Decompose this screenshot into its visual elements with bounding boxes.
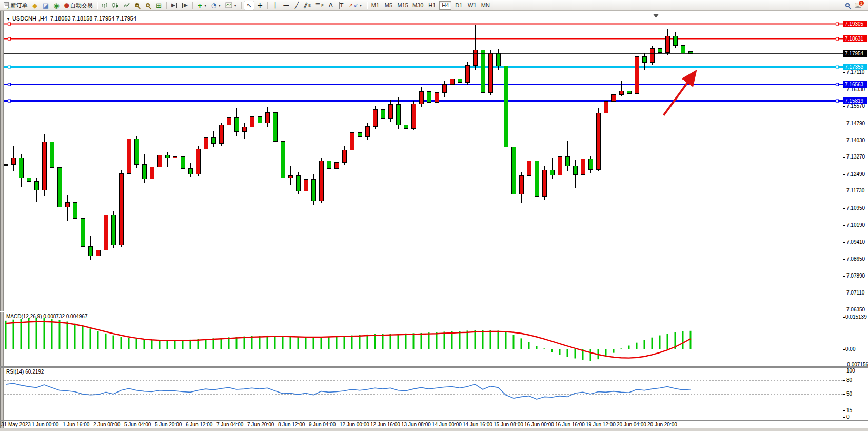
- macd-panel[interactable]: [4, 312, 843, 366]
- candle-body: [288, 175, 292, 178]
- one-click-dropdown-icon[interactable]: ▼: [6, 17, 10, 22]
- autotrading-label: 自动交易: [70, 2, 93, 9]
- candle-body: [181, 156, 185, 168]
- chat-icon: 1: [855, 3, 861, 8]
- fibonacci-tool-button[interactable]: ≣F: [313, 1, 325, 10]
- vline-tool-button[interactable]: |: [270, 1, 281, 10]
- macd-axis-label: 0.00: [845, 346, 855, 352]
- dropdown-arrow-icon: ▼: [218, 4, 221, 7]
- line-anchor-handle: [836, 100, 839, 102]
- timeframe-M5[interactable]: M5: [383, 1, 395, 10]
- crosshair-icon: +: [257, 2, 263, 9]
- zoom-in-icon: +: [135, 3, 139, 7]
- notifications-button[interactable]: 1: [853, 1, 863, 10]
- timeframe-H1[interactable]: H1: [426, 1, 438, 10]
- timeframe-M30[interactable]: M30: [411, 1, 425, 10]
- price-tick-label: 7.08650: [846, 256, 865, 262]
- timeframe-D1[interactable]: D1: [452, 1, 465, 10]
- time-label: 20 Jun 20:00: [647, 422, 677, 427]
- zoom-in-button[interactable]: +: [132, 1, 143, 10]
- time-label: 5 Jun 04:00: [124, 422, 151, 427]
- arrows-tool-button[interactable]: ↗↙▼: [347, 1, 364, 10]
- indicators-button[interactable]: +▼: [195, 1, 209, 10]
- trendline-tool-button[interactable]: ╱: [291, 1, 302, 10]
- candle-body: [504, 66, 508, 147]
- candle-body: [142, 165, 146, 179]
- chart-shift-button[interactable]: ▶: [180, 1, 190, 10]
- signals-button[interactable]: ◉: [51, 1, 62, 10]
- autotrading-button[interactable]: ● 自动交易: [62, 1, 94, 10]
- separator: [367, 2, 367, 9]
- price-tick-label: 7.07890: [846, 273, 865, 279]
- templates-button[interactable]: ▼: [223, 1, 239, 10]
- candle-body: [96, 250, 100, 256]
- price-tick-mark: [843, 276, 845, 277]
- price-tick-label: 7.14790: [846, 121, 865, 126]
- time-label: 12 Jun 16:00: [370, 422, 400, 427]
- time-label: 2 Jun 08:00: [93, 422, 120, 427]
- candle-body: [50, 142, 54, 167]
- text-tool-icon: A: [329, 2, 333, 8]
- timeframe-MN[interactable]: MN: [479, 1, 491, 10]
- candle-body: [319, 161, 323, 201]
- price-tick-mark: [843, 106, 845, 107]
- fibonacci-icon: ≣: [315, 2, 320, 8]
- timeframe-W1[interactable]: W1: [466, 1, 478, 10]
- candle-body: [450, 79, 454, 85]
- time-label: 7 Jun 04:00: [216, 422, 243, 427]
- tile-windows-button[interactable]: ⊞: [153, 1, 164, 10]
- zoom-out-button[interactable]: −: [143, 1, 153, 10]
- candle-body: [419, 92, 423, 104]
- candle-body: [234, 117, 239, 131]
- candle-body: [481, 50, 485, 92]
- time-label: 9 Jun 04:00: [309, 422, 336, 427]
- arrow-annotation[interactable]: [664, 72, 696, 115]
- price-badge: 7.17353: [843, 64, 867, 70]
- panel-splitter[interactable]: [0, 366, 868, 368]
- price-badge: 7.16563: [843, 81, 867, 88]
- line-chart-mode-button[interactable]: [121, 1, 132, 10]
- crosshair-tool-button[interactable]: +: [254, 1, 265, 10]
- panel-splitter[interactable]: [0, 311, 868, 312]
- chart-shift-marker[interactable]: [654, 14, 659, 18]
- data-window-button[interactable]: ◪: [40, 1, 51, 10]
- price-tick-mark: [843, 242, 845, 243]
- price-panel[interactable]: [4, 13, 843, 311]
- horizontal-line-object[interactable]: [4, 37, 843, 40]
- label-tool-button[interactable]: T: [336, 1, 347, 10]
- bar-chart-mode-button[interactable]: [100, 1, 110, 10]
- market-watch-button[interactable]: ◆: [29, 1, 40, 10]
- candle-body: [258, 117, 262, 123]
- time-label: 6 Jun 12:00: [186, 422, 212, 427]
- channel-sub-label: E: [308, 4, 311, 7]
- market-watch-icon: ◆: [32, 2, 37, 9]
- timeframe-H4[interactable]: H4: [439, 1, 451, 10]
- candle-body: [211, 138, 215, 144]
- candle-body: [673, 36, 677, 46]
- periods-button[interactable]: ◔▼: [209, 1, 223, 10]
- notification-badge: 1: [859, 1, 864, 6]
- candle-body: [427, 92, 431, 102]
- price-tick-label: 7.10950: [846, 205, 865, 211]
- candle-body: [604, 102, 608, 113]
- new-order-button[interactable]: + 新订单: [2, 1, 29, 10]
- rsi-axis-label: 80: [846, 377, 852, 383]
- cursor-tool-button[interactable]: ↖: [244, 1, 254, 10]
- candle-body: [650, 49, 654, 63]
- horizontal-line-object[interactable]: [4, 23, 843, 25]
- text-tool-button[interactable]: A: [325, 1, 336, 10]
- search-button[interactable]: [842, 1, 853, 10]
- candle-body: [265, 112, 269, 123]
- hline-tool-button[interactable]: —: [281, 1, 291, 10]
- timeframe-M1[interactable]: M1: [369, 1, 382, 10]
- rsi-panel[interactable]: [4, 368, 843, 420]
- candle-chart-mode-button[interactable]: [110, 1, 121, 10]
- horizontal-line-object[interactable]: [4, 83, 843, 86]
- window-left-edge: [0, 11, 4, 428]
- auto-scroll-button[interactable]: ▶: [169, 1, 180, 10]
- fibo-sub-label: F: [321, 4, 323, 7]
- timeframe-M15[interactable]: M15: [396, 1, 410, 10]
- channel-tool-button[interactable]: ∥E: [302, 1, 313, 10]
- horizontal-line-object[interactable]: [4, 66, 843, 68]
- time-label: 31 May 2023: [1, 422, 31, 427]
